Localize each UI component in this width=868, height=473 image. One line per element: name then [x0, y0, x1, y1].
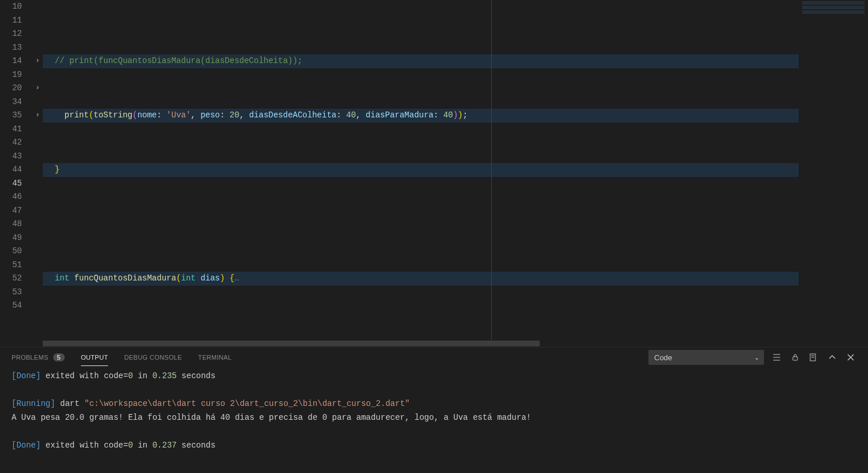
- line-number: 34: [0, 95, 22, 109]
- open-log-icon[interactable]: [808, 352, 819, 363]
- clear-output-icon[interactable]: [771, 352, 782, 363]
- output-line: A Uva pesa 20.0 gramas! Ela foi colhida …: [12, 413, 531, 422]
- fold-gutter: [32, 286, 43, 300]
- code-line-folded[interactable]: int funcQuantosDiasMadura(int dias) {…: [43, 272, 799, 286]
- line-number: 20: [0, 82, 22, 95]
- code-line[interactable]: }: [43, 163, 799, 177]
- tab-label: TERMINAL: [198, 354, 232, 361]
- fold-gutter: [32, 95, 43, 109]
- fold-gutter: [32, 123, 43, 136]
- output-channel-select[interactable]: Code ⌄: [648, 350, 764, 365]
- fold-gutter: [32, 231, 43, 245]
- fold-gutter: [32, 14, 43, 28]
- fold-toggle[interactable]: ›: [32, 54, 43, 68]
- fold-gutter: [32, 177, 43, 191]
- panel: PROBLEMS 5 OUTPUT DEBUG CONSOLE TERMINAL…: [0, 347, 868, 473]
- fold-gutter: [32, 204, 43, 218]
- code-viewport[interactable]: // print(funcQuantosDiasMadura(diasDesde…: [43, 0, 799, 340]
- line-number: 12: [0, 27, 22, 41]
- fold-gutter: [32, 150, 43, 164]
- horizontal-scrollbar[interactable]: [0, 340, 868, 347]
- fold-gutter: [32, 245, 43, 258]
- line-number: 48: [0, 217, 22, 231]
- fold-gutter: [32, 27, 43, 41]
- fold-gutter: [32, 258, 43, 272]
- problems-badge: 5: [53, 353, 65, 361]
- lock-scroll-icon[interactable]: [789, 352, 801, 363]
- panel-tabs: PROBLEMS 5 OUTPUT DEBUG CONSOLE TERMINAL…: [0, 348, 868, 368]
- fold-gutter: [32, 299, 43, 313]
- line-number: 51: [0, 258, 22, 272]
- line-number: 47: [0, 204, 22, 218]
- line-number: 19: [0, 68, 22, 82]
- fold-gutter: [32, 272, 43, 286]
- line-number: 52: [0, 272, 22, 286]
- tab-problems[interactable]: PROBLEMS 5: [12, 353, 65, 361]
- fold-gutter: [32, 136, 43, 150]
- fold-gutter: [32, 217, 43, 231]
- tab-output[interactable]: OUTPUT: [81, 354, 108, 361]
- editor-area: 10 11 12 13 14 19 20 34 35 41 42 43 44 4…: [0, 0, 868, 340]
- line-number: 11: [0, 14, 22, 28]
- fold-gutter: [32, 41, 43, 55]
- line-number: 10: [0, 0, 22, 14]
- svg-rect-3: [793, 357, 797, 360]
- fold-toggle[interactable]: ›: [32, 82, 43, 95]
- tab-label: PROBLEMS: [12, 354, 49, 361]
- fold-column: › › ›: [32, 0, 43, 340]
- line-number: 41: [0, 123, 22, 136]
- comment: // print(funcQuantosDiasMadura(diasDesde…: [45, 56, 302, 65]
- line-number: 35: [0, 109, 22, 123]
- minimap[interactable]: [799, 0, 868, 340]
- code-line[interactable]: [43, 217, 799, 231]
- line-number: 14: [0, 54, 22, 68]
- code-line[interactable]: // print(funcQuantosDiasMadura(diasDesde…: [43, 54, 799, 68]
- tab-label: DEBUG CONSOLE: [124, 354, 182, 361]
- gutter: 10 11 12 13 14 19 20 34 35 41 42 43 44 4…: [0, 0, 32, 340]
- select-value: Code: [654, 353, 672, 362]
- line-number: 44: [0, 163, 22, 177]
- fold-gutter: [32, 68, 43, 82]
- line-number: 45: [0, 177, 22, 191]
- line-number: 13: [0, 41, 22, 55]
- tab-terminal[interactable]: TERMINAL: [198, 354, 232, 361]
- fold-gutter: [32, 190, 43, 204]
- code-line[interactable]: [43, 326, 799, 340]
- line-number: 43: [0, 150, 22, 164]
- close-panel-icon[interactable]: [845, 352, 856, 363]
- minimap-render: [802, 1, 865, 24]
- tab-label: OUTPUT: [81, 354, 108, 361]
- fold-gutter: [32, 163, 43, 177]
- scrollbar-thumb[interactable]: [43, 341, 540, 346]
- line-number: 42: [0, 136, 22, 150]
- fold-ellipsis[interactable]: …: [235, 274, 239, 283]
- line-number: 54: [0, 299, 22, 313]
- code-line[interactable]: print(toString(nome: 'Uva', peso: 20, di…: [43, 109, 799, 123]
- line-number: 50: [0, 245, 22, 258]
- fold-gutter: [32, 0, 43, 14]
- line-number: 49: [0, 231, 22, 245]
- panel-actions: Code ⌄: [648, 350, 856, 365]
- fold-toggle[interactable]: ›: [32, 109, 43, 123]
- line-number: 46: [0, 190, 22, 204]
- tab-debug-console[interactable]: DEBUG CONSOLE: [124, 354, 182, 361]
- line-number: 53: [0, 286, 22, 300]
- output-body[interactable]: [Done] exited with code=0 in 0.235 secon…: [0, 368, 868, 473]
- maximize-panel-icon[interactable]: [826, 352, 838, 363]
- chevron-down-icon: ⌄: [754, 354, 759, 361]
